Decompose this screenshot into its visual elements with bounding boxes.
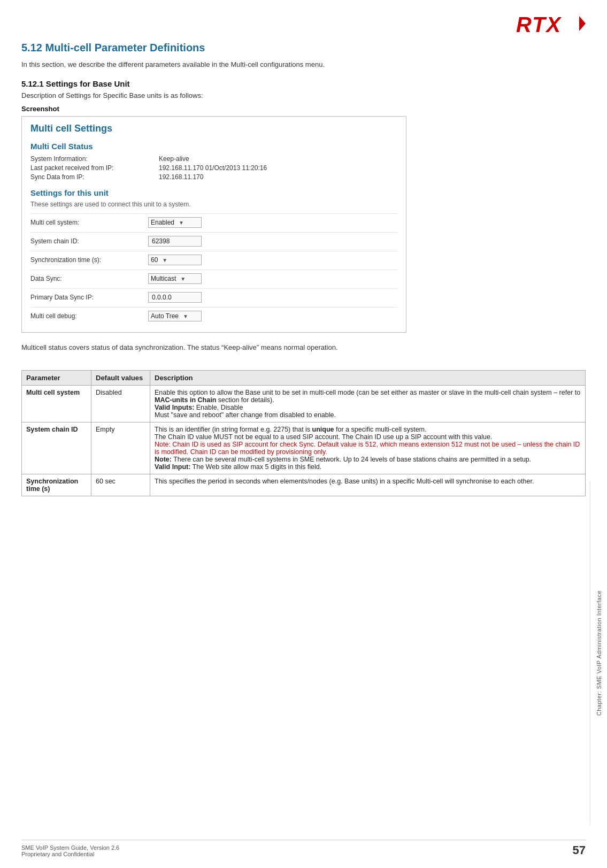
param-cell-1: System chain ID bbox=[22, 423, 91, 474]
chapter-sidebar: Chapter: SME VoIP Administration Interfa… bbox=[590, 481, 607, 825]
status-label-1: Last packet received from IP: bbox=[30, 164, 159, 172]
table-row: System chain ID Empty This is an identif… bbox=[22, 423, 586, 474]
footer-line1: SME VoIP System Guide, Version 2.6 bbox=[21, 844, 119, 851]
form-row-3: Data Sync: Multicast▼ bbox=[30, 270, 397, 284]
multicell-note: Multicell status covers status of data s… bbox=[21, 343, 586, 351]
form-label-5: Multi cell debug: bbox=[30, 312, 148, 320]
form-label-4: Primary Data Sync IP: bbox=[30, 294, 148, 301]
form-label-0: Multi cell system: bbox=[30, 219, 148, 226]
page-number: 57 bbox=[573, 843, 586, 857]
form-control-5[interactable]: Auto Tree▼ bbox=[148, 311, 202, 321]
status-value-2: 192.168.11.170 bbox=[159, 173, 203, 181]
chapter-sidebar-text: Chapter: SME VoIP Administration Interfa… bbox=[596, 590, 602, 716]
screenshot-box: Multi cell Settings Multi Cell Status Sy… bbox=[21, 116, 406, 333]
sync-time-select[interactable]: 60▼ bbox=[148, 255, 202, 265]
default-cell-0: Disabled bbox=[91, 386, 150, 423]
status-label-2: Sync Data from IP: bbox=[30, 173, 159, 181]
footer-line2: Proprietary and Confidential bbox=[21, 851, 119, 857]
form-row-4: Primary Data Sync IP: 0.0.0.0 bbox=[30, 288, 397, 303]
status-row-2: Sync Data from IP: 192.168.11.170 bbox=[30, 173, 397, 181]
table-header-desc: Description bbox=[150, 371, 586, 386]
form-control-0[interactable]: Enabled▼ bbox=[148, 217, 202, 228]
subsection-desc: Description of Settings for Specific Bas… bbox=[21, 91, 586, 99]
table-header-param: Parameter bbox=[22, 371, 91, 386]
form-label-2: Synchronization time (s): bbox=[30, 256, 148, 264]
status-label-0: System Information: bbox=[30, 155, 159, 163]
form-control-2[interactable]: 60▼ bbox=[148, 255, 202, 265]
screenshot-label: Screenshot bbox=[21, 105, 586, 113]
settings-desc: These settings are used to connect this … bbox=[30, 201, 397, 208]
desc-cell-1: This is an identifier (in string format … bbox=[150, 423, 586, 474]
form-control-3[interactable]: Multicast▼ bbox=[148, 273, 202, 284]
footer-left: SME VoIP System Guide, Version 2.6 Propr… bbox=[21, 844, 119, 857]
subsection-title: 5.12.1 Settings for Base Unit bbox=[21, 79, 586, 88]
footer: SME VoIP System Guide, Version 2.6 Propr… bbox=[21, 840, 586, 857]
default-cell-1: Empty bbox=[91, 423, 150, 474]
table-row: Synchronization time (s) 60 sec This spe… bbox=[22, 474, 586, 496]
table-header-default: Default values bbox=[91, 371, 150, 386]
multicell-system-select[interactable]: Enabled▼ bbox=[148, 217, 202, 228]
default-cell-2: 60 sec bbox=[91, 474, 150, 496]
table-row: Multi cell system Disabled Enable this o… bbox=[22, 386, 586, 423]
status-section-title: Multi Cell Status bbox=[30, 142, 397, 151]
svg-text:RTX: RTX bbox=[516, 13, 562, 36]
form-row-1: System chain ID: 62398 bbox=[30, 232, 397, 247]
param-cell-0: Multi cell system bbox=[22, 386, 91, 423]
logo-area: RTX bbox=[21, 11, 586, 36]
svg-marker-1 bbox=[579, 16, 586, 31]
intro-text: In this section, we describe the differe… bbox=[21, 60, 586, 68]
form-row-0: Multi cell system: Enabled▼ bbox=[30, 213, 397, 228]
screenshot-title: Multi cell Settings bbox=[30, 123, 397, 134]
rtx-logo: RTX bbox=[516, 11, 586, 36]
param-table: Parameter Default values Description Mul… bbox=[21, 370, 586, 496]
param-cell-2: Synchronization time (s) bbox=[22, 474, 91, 496]
form-label-1: System chain ID: bbox=[30, 237, 148, 245]
primary-data-sync-ip-input[interactable]: 0.0.0.0 bbox=[148, 292, 202, 303]
desc-cell-2: This specifies the period in seconds whe… bbox=[150, 474, 586, 496]
section-title: 5.12 Multi-cell Parameter Definitions bbox=[21, 42, 586, 54]
status-row-0: System Information: Keep-alive bbox=[30, 155, 397, 163]
desc-cell-0: Enable this option to allow the Base uni… bbox=[150, 386, 586, 423]
system-chain-id-input[interactable]: 62398 bbox=[148, 236, 202, 247]
data-sync-select[interactable]: Multicast▼ bbox=[148, 273, 202, 284]
form-control-4[interactable]: 0.0.0.0 bbox=[148, 292, 202, 303]
status-row-1: Last packet received from IP: 192.168.11… bbox=[30, 164, 397, 172]
status-value-0: Keep-alive bbox=[159, 155, 189, 163]
form-row-5: Multi cell debug: Auto Tree▼ bbox=[30, 307, 397, 321]
multi-cell-debug-select[interactable]: Auto Tree▼ bbox=[148, 311, 202, 321]
form-control-1[interactable]: 62398 bbox=[148, 236, 202, 247]
settings-section-title: Settings for this unit bbox=[30, 188, 397, 197]
form-label-3: Data Sync: bbox=[30, 275, 148, 282]
form-row-2: Synchronization time (s): 60▼ bbox=[30, 251, 397, 265]
status-value-1: 192.168.11.170 01/Oct/2013 11:20:16 bbox=[159, 164, 267, 172]
